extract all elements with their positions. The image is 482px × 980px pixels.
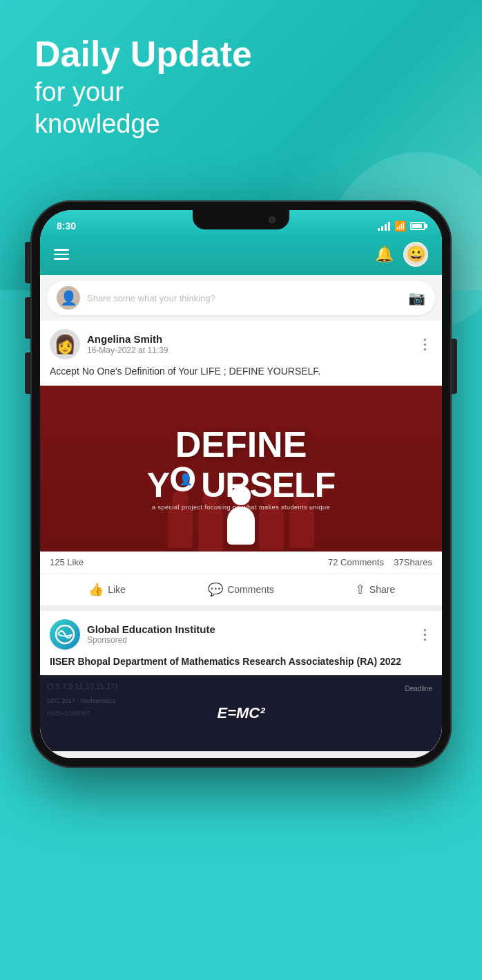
org-avatar xyxy=(50,619,80,650)
comments-label: Comments xyxy=(227,584,274,595)
sponsored-post-header: Global Education Institute Sponsored ⋮ xyxy=(40,611,442,655)
math-sequence-text: {3,5,7,9,11,13,15,17} SEC 2017 · Mathema… xyxy=(47,681,117,718)
post-input-placeholder[interactable]: Share some what your thinking? xyxy=(87,293,401,303)
person-icon-in-o: 👤 xyxy=(179,474,192,485)
org-meta: Global Education Institute Sponsored xyxy=(87,623,411,645)
post-more-button[interactable]: ⋮ xyxy=(418,336,432,352)
sponsored-more-button[interactable]: ⋮ xyxy=(418,626,432,643)
org-name: Global Education Institute xyxy=(87,623,411,635)
sponsored-label: Sponsored xyxy=(87,635,411,645)
deadline-label: Deadline xyxy=(405,685,432,692)
o-letter: O👤 xyxy=(169,462,201,497)
post-stats: 125 Like 72 Comments 37Shares xyxy=(40,552,442,573)
post-image-define-yourself: DEFINE YO👤URSELF a special project focus… xyxy=(40,386,442,552)
sponsored-post-card: Global Education Institute Sponsored ⋮ I… xyxy=(40,611,442,752)
post-date: 16-May-2022 at 11:39 xyxy=(87,346,411,355)
post-input-bar[interactable]: 👤 Share some what your thinking? 📷 xyxy=(47,281,435,315)
hero-subtitle: for your knowledge xyxy=(35,77,252,140)
post-meta: Angelina Smith 16-May-2022 at 11:39 xyxy=(87,333,411,355)
signal-icon xyxy=(378,221,390,231)
thumbs-up-icon: 👍 xyxy=(88,582,104,597)
share-icon: ⇧ xyxy=(355,582,365,597)
front-camera xyxy=(269,216,276,223)
post-card: 👩 Angelina Smith 16-May-2022 at 11:39 ⋮ … xyxy=(40,321,442,605)
app-header: 🔔 😀 xyxy=(40,236,442,275)
likes-count: 125 Like xyxy=(50,557,84,567)
post-author-name: Angelina Smith xyxy=(87,333,411,345)
status-time: 8:30 xyxy=(57,220,76,232)
shares-count: 37Shares xyxy=(394,557,432,567)
user-avatar-small: 👤 xyxy=(57,286,80,310)
comments-button[interactable]: 💬 Comments xyxy=(174,579,308,600)
share-label: Share xyxy=(369,584,395,595)
camera-icon[interactable]: 📷 xyxy=(408,290,425,306)
feed: 👩 Angelina Smith 16-May-2022 at 11:39 ⋮ … xyxy=(40,321,442,758)
post-body-text: Accept No One's Definition of Your LIFE … xyxy=(40,365,442,386)
math-formula: E=MC² xyxy=(217,704,264,722)
math-research-image: {3,5,7,9,11,13,15,17} SEC 2017 · Mathema… xyxy=(40,675,442,751)
phone-screen: 8:30 📶 xyxy=(40,210,442,758)
center-person-figure xyxy=(227,486,255,545)
post-author-avatar: 👩 xyxy=(50,329,80,359)
wifi-icon: 📶 xyxy=(394,220,406,232)
hamburger-menu-button[interactable] xyxy=(54,249,69,260)
like-button[interactable]: 👍 Like xyxy=(40,579,174,600)
sponsored-post-text: IISER Bhopal Department of Mathematics R… xyxy=(40,655,442,676)
phone-notch xyxy=(193,210,289,229)
define-word: DEFINE xyxy=(147,426,335,462)
hero-text-block: Daily Update for your knowledge xyxy=(35,35,252,140)
battery-icon xyxy=(410,222,425,230)
comments-count: 72 Comments xyxy=(328,557,384,567)
phone-mockup: 8:30 📶 xyxy=(30,200,452,768)
like-label: Like xyxy=(108,584,126,595)
status-icons: 📶 xyxy=(378,220,425,232)
header-right-controls: 🔔 😀 xyxy=(375,242,428,267)
post-header: 👩 Angelina Smith 16-May-2022 at 11:39 ⋮ xyxy=(40,321,442,365)
comment-icon: 💬 xyxy=(208,582,223,597)
phone-outer-frame: 8:30 📶 xyxy=(30,200,452,768)
avatar-emoji: 😀 xyxy=(407,245,425,263)
share-button[interactable]: ⇧ Share xyxy=(308,579,442,600)
bell-icon[interactable]: 🔔 xyxy=(375,245,394,263)
avatar[interactable]: 😀 xyxy=(403,242,428,267)
hero-title: Daily Update xyxy=(35,35,252,74)
post-actions: 👍 Like 💬 Comments ⇧ Share xyxy=(40,573,442,605)
